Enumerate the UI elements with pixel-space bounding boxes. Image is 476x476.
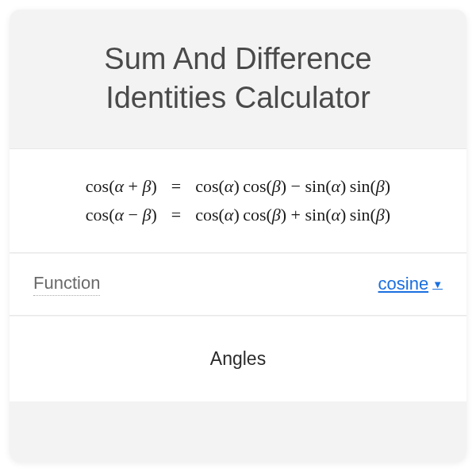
formula-rhs: cos(α) cos(β) + sin(α) sin(β)	[189, 202, 397, 228]
formula-panel: cos(α + β) = cos(α) cos(β) − sin(α) sin(…	[10, 148, 466, 253]
formula-equals: =	[165, 173, 187, 200]
page-title: Sum And Difference Identities Calculator	[25, 40, 451, 118]
function-value-text: cosine	[378, 274, 429, 294]
title-line-1: Sum And Difference	[104, 42, 371, 75]
angles-panel: Angles	[10, 317, 466, 401]
formula-equals: =	[165, 202, 187, 228]
formula-lhs: cos(α + β)	[79, 173, 163, 200]
chevron-down-icon: ▼	[432, 278, 443, 290]
angles-title: Angles	[25, 348, 451, 370]
formula-row-sum: cos(α + β) = cos(α) cos(β) − sin(α) sin(…	[79, 173, 397, 200]
function-label: Function	[33, 273, 100, 296]
function-dropdown[interactable]: cosine ▼	[378, 274, 443, 294]
title-line-2: Identities Calculator	[106, 81, 370, 114]
function-row: Function cosine ▼	[10, 254, 466, 316]
formula-rhs: cos(α) cos(β) − sin(α) sin(β)	[189, 173, 397, 200]
calculator-card: Sum And Difference Identities Calculator…	[10, 10, 466, 462]
formula-lhs: cos(α − β)	[79, 202, 163, 228]
formula-table: cos(α + β) = cos(α) cos(β) − sin(α) sin(…	[78, 171, 398, 230]
formula-row-diff: cos(α − β) = cos(α) cos(β) + sin(α) sin(…	[79, 202, 397, 228]
header: Sum And Difference Identities Calculator	[10, 10, 466, 148]
